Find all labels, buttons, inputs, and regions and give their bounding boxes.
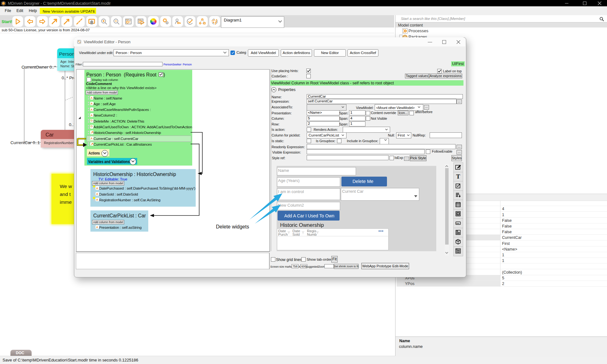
- svg-text:T: T: [456, 173, 460, 180]
- svg-text:btn: btn: [456, 222, 459, 224]
